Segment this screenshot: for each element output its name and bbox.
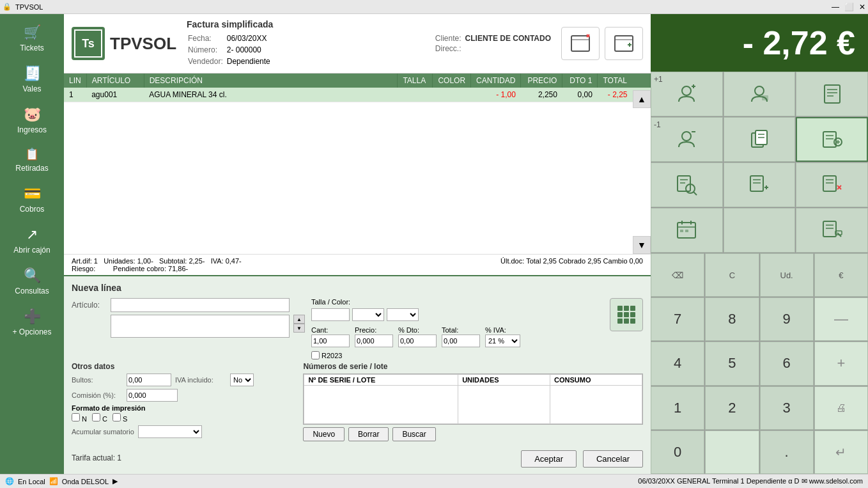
serie-lote-title: Números de serie / lote (303, 362, 643, 371)
col-color: COLOR (433, 74, 471, 88)
acumular-select[interactable] (138, 425, 202, 438)
calendar-button[interactable] (651, 208, 723, 253)
key-1[interactable]: 1 (651, 386, 704, 430)
col-total: TOTAL (598, 74, 651, 88)
plus-button[interactable]: + (814, 342, 868, 385)
articulo-description[interactable] (111, 315, 290, 338)
dto-input[interactable] (398, 335, 437, 347)
sidebar-item-opciones[interactable]: ➕ + Opciones (4, 303, 60, 342)
n-checkbox[interactable] (72, 413, 80, 421)
client-button[interactable] (724, 72, 796, 116)
key-empty (705, 430, 759, 474)
minus1-button[interactable]: -1 (651, 117, 723, 162)
print-button[interactable]: 🖨 (814, 386, 868, 430)
scroll-down-button[interactable]: ▼ (633, 236, 651, 254)
maximize-button[interactable]: ⬜ (844, 3, 854, 12)
key-dot[interactable]: . (760, 430, 814, 474)
title-bar-controls[interactable]: — ⬜ ✕ (832, 3, 865, 12)
talla-input[interactable] (311, 308, 350, 321)
sidebar-label-ingresos: Ingresos (17, 125, 47, 134)
sidebar-item-vales[interactable]: 🧾 Vales (4, 60, 60, 98)
sidebar: 🛒 Tickets 🧾 Vales 🐷 Ingresos 📋 Retiradas… (0, 14, 64, 474)
svg-rect-32 (823, 132, 836, 147)
sidebar-item-abrir-cajon[interactable]: ↗ Abrir cajón (4, 221, 60, 260)
sidebar-item-cobros[interactable]: 💳 Cobros (4, 180, 60, 219)
articulo-input[interactable] (111, 298, 290, 312)
clear-button[interactable]: C (705, 253, 759, 297)
sidebar-item-consultas[interactable]: 🔍 Consultas (4, 262, 60, 301)
scroll-up-button[interactable]: ▲ (633, 90, 651, 108)
delete-ticket-button[interactable] (561, 27, 600, 60)
enter-button[interactable]: ↵ (814, 430, 868, 474)
article-scroll-down[interactable]: ▼ (293, 324, 305, 333)
cant-input[interactable] (311, 335, 350, 347)
article-scroll-up[interactable]: ▲ (293, 315, 305, 324)
summary-right: Últ.doc: Total 2,95 Cobrado 2,95 Cambio … (500, 257, 643, 272)
otros-datos-title: Otros datos (72, 362, 298, 371)
key-5[interactable]: 5 (705, 342, 759, 385)
backspace-button[interactable]: ⌫ (651, 253, 704, 297)
plus1-button[interactable]: +1 (651, 72, 723, 116)
sidebar-item-retiradas[interactable]: 📋 Retiradas (4, 142, 60, 178)
bultos-input[interactable] (127, 374, 171, 386)
key-8[interactable]: 8 (705, 297, 759, 341)
key-9[interactable]: 9 (760, 297, 814, 341)
svg-point-17 (682, 86, 691, 95)
formato-checkboxes: N C S (72, 413, 298, 423)
cancel-line-button[interactable] (796, 162, 868, 207)
app-title: TPVSOL (15, 3, 43, 11)
acumular-label: Acumular sumatorio (72, 428, 134, 436)
search-ticket-button[interactable] (651, 162, 723, 207)
s-checkbox[interactable] (112, 413, 121, 421)
buscar-button[interactable]: Buscar (392, 427, 435, 441)
euro-button[interactable]: € (814, 253, 868, 297)
total-input[interactable] (442, 335, 480, 347)
copy-ticket-button[interactable] (724, 117, 796, 162)
precio-input[interactable] (355, 335, 393, 347)
svg-rect-15 (624, 319, 629, 324)
numpad-shortcut-button[interactable] (610, 298, 643, 331)
key-0[interactable]: 0 (651, 430, 704, 474)
svg-rect-21 (762, 95, 768, 100)
key-6[interactable]: 6 (760, 342, 814, 385)
color-select[interactable] (387, 308, 419, 321)
borrar-button[interactable]: Borrar (348, 427, 389, 441)
c-checkbox[interactable] (92, 413, 100, 421)
sidebar-item-tickets[interactable]: 🛒 Tickets (4, 19, 60, 58)
key-3[interactable]: 3 (760, 386, 814, 430)
tarifa-info: Tarifa actual: 1 (72, 453, 121, 462)
svg-rect-9 (624, 306, 629, 311)
minimize-button[interactable]: — (832, 3, 839, 12)
nuevo-button[interactable]: Nuevo (303, 427, 345, 441)
ticket-person-button[interactable] (796, 117, 868, 162)
summary-art-dif: Art.dif: 1 Unidades: 1,00- Subtotal: 2,2… (72, 257, 242, 265)
sidebar-item-ingresos[interactable]: 🐷 Ingresos (4, 101, 60, 139)
iva-incluido-select[interactable]: No Sí (230, 374, 254, 386)
r2023-checkbox-row: R2023 (311, 351, 520, 359)
iva-select[interactable]: 21 % 10 % 4 % 0 % (485, 335, 520, 347)
key-7[interactable]: 7 (651, 297, 704, 341)
aceptar-button[interactable]: Aceptar (521, 450, 577, 468)
sidebar-label-abrir-cajon: Abrir cajón (13, 246, 50, 255)
units-button[interactable]: Ud. (760, 253, 814, 297)
invoice-details: Fecha: 06/03/20XX Número: 2- 000000 Vend… (187, 32, 274, 68)
save-button[interactable] (796, 208, 868, 253)
play-icon[interactable]: ▶ (112, 477, 118, 485)
close-button[interactable]: ✕ (859, 3, 865, 12)
dash-button[interactable]: — (814, 297, 868, 341)
key-4[interactable]: 4 (651, 342, 704, 385)
comision-input[interactable] (127, 389, 178, 402)
col-lin: LIN (64, 74, 86, 88)
key-2[interactable]: 2 (705, 386, 759, 430)
r2023-checkbox[interactable] (311, 351, 320, 359)
ticket-list-button[interactable] (796, 72, 868, 116)
display-value: - 2,72 € (743, 24, 855, 62)
new-ticket-button[interactable] (605, 27, 643, 60)
invoice-header: Ts TPVSOL Factura simplificada Fecha: 06… (64, 14, 651, 74)
table-row[interactable]: 1 agu001 AGUA MINERAL 34 cl. - 1,00 2,25… (64, 88, 651, 102)
talla-select[interactable] (352, 308, 384, 321)
tickets-icon: 🛒 (24, 24, 41, 41)
summary-riesgo: Riesgo: Pendiente cobro: 71,86- (72, 265, 188, 272)
cancelar-button[interactable]: Cancelar (583, 450, 643, 468)
add-line-button[interactable] (724, 162, 796, 207)
